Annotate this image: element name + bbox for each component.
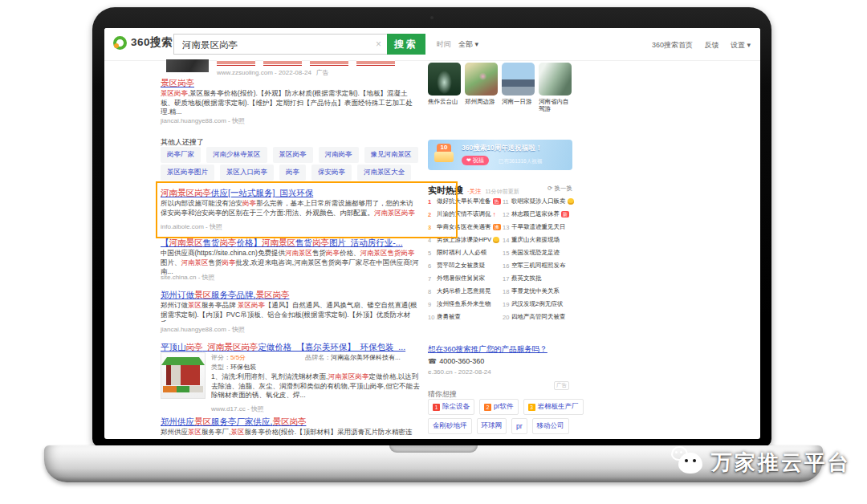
refresh-button[interactable]: ⟳ 换一换 xyxy=(547,185,572,193)
hot-rank: 2 xyxy=(428,211,437,218)
filter-scope-dropdown[interactable]: 全部 ▾ xyxy=(458,40,478,48)
hot-search-item[interactable]: 12林志颖已返家休养新 xyxy=(503,208,576,221)
hot-search-column: 1做好抗大旱长旱准备热2川渝的灾情不该调侃↑3华裔女名医在美遇害沸4男孩上游泳课… xyxy=(428,195,502,323)
result-title[interactable]: 河南景区岗亭供应[一站式服务]_国兴环保 xyxy=(161,188,425,199)
anniversary-banner[interactable]: 10 360搜索10周年送祝福啦！ ❤ 祝福 已有361316人祝福 xyxy=(428,140,572,170)
wechat-icon xyxy=(671,446,705,478)
hot-search-item[interactable]: 18李显龙忧中美关系 xyxy=(503,285,576,298)
related-search-chip[interactable]: 岗亭 xyxy=(279,165,306,181)
guess-chip[interactable]: 移动公司 xyxy=(532,418,569,434)
hot-rank: 3 xyxy=(428,224,437,231)
hot-search-item[interactable]: 6贾平凹之女被质疑 xyxy=(428,259,502,272)
result-title[interactable]: 郑州供应景区服务亭厂家供应,景区岗亭 xyxy=(161,417,425,428)
related-search-chip[interactable]: 河南岗亭 xyxy=(319,147,359,163)
guess-chip[interactable]: 1除尘设备 xyxy=(428,399,474,415)
hot-search-item[interactable]: 7外甥暑假住舅舅家 xyxy=(428,272,502,285)
clear-search-icon[interactable]: × xyxy=(376,39,381,50)
hot-search-item[interactable]: 10唐勇被查 xyxy=(428,311,502,323)
thumbnail-image xyxy=(465,63,498,96)
related-image-card[interactable]: 焦作云台山 xyxy=(428,63,461,112)
hot-text: 外甥暑假住舅舅家 xyxy=(437,274,485,282)
filter-time-label[interactable]: 时间 xyxy=(437,40,451,48)
hot-text: 四地产高管同天被查 xyxy=(511,313,566,321)
hot-search-item[interactable]: 9汝州怪鱼系外来生物 xyxy=(428,298,502,311)
search-filters[interactable]: 时间全部 ▾ xyxy=(437,39,478,50)
guess-chip[interactable]: pr xyxy=(511,418,527,434)
search-button[interactable]: 搜索 xyxy=(387,34,425,55)
hot-search-item[interactable]: 1做好抗大旱长旱准备热 xyxy=(428,195,502,208)
result-url[interactable]: www.d17.cc - 快照 xyxy=(211,404,264,413)
hot-text: 歌唱家疑涉人口贩卖 xyxy=(511,197,566,205)
result-thumbnail-kiosk[interactable] xyxy=(161,352,206,399)
related-search-chip[interactable]: 豫见河南景区 xyxy=(364,147,418,163)
related-search-chip[interactable]: 河南少林寺景区 xyxy=(206,147,267,163)
hot-rank: 15 xyxy=(503,250,511,257)
hot-search-item[interactable]: 4男孩上游泳课染HPV xyxy=(428,234,502,246)
search-input[interactable] xyxy=(181,35,368,55)
follow-tag[interactable]: ·关注 xyxy=(467,188,482,195)
chip-rank-badge: 2 xyxy=(484,404,491,411)
banner-title: 360搜索10周年送祝福啦！ xyxy=(462,144,542,153)
hot-search-item[interactable]: 19武汉发现2例无症状 xyxy=(503,298,576,311)
cake-icon: 10 xyxy=(434,144,454,165)
related-search-chip[interactable]: 岗亭厂家 xyxy=(161,147,201,163)
result-url[interactable]: jiancai.huangye88.com - 快照 xyxy=(161,116,245,125)
guess-chips-row: 1除尘设备2pr软件3岩棉板生产厂 xyxy=(428,399,588,415)
result-title[interactable]: 郑州订做景区服务亭品牌,景区岗亭 xyxy=(161,290,425,301)
search-box[interactable]: × xyxy=(173,34,387,55)
hot-text: 限时福利 人人必领 xyxy=(437,249,486,257)
bless-button[interactable]: ❤ 祝福 xyxy=(462,156,489,165)
related-search-chip[interactable]: 河南景区大全 xyxy=(357,165,411,181)
related-image-card[interactable]: 郑州周边游 xyxy=(465,63,498,112)
related-image-card[interactable]: 河南省内自驾游 xyxy=(539,63,572,112)
hot-search-item[interactable]: 3华裔女名医在美遇害沸 xyxy=(428,221,502,234)
guess-chip[interactable]: 金刚砂地坪 xyxy=(428,418,472,434)
hot-rank: 16 xyxy=(503,262,511,270)
result-title[interactable]: 平顶山岗亭_河南景区岗亭定做价格_【嘉尔美环保】_环保包装_... xyxy=(161,342,425,353)
hot-text: 川渝的灾情不该调侃 xyxy=(437,210,491,218)
related-search-chip[interactable]: 保安岗亭 xyxy=(311,165,352,181)
link-home[interactable]: 360搜索首页 xyxy=(652,41,693,49)
chip-rank-badge: 1 xyxy=(433,404,440,411)
hot-badge: 沸 xyxy=(493,224,501,230)
promo-link[interactable]: 想在360搜索推广您的产品服务吗？ xyxy=(428,344,547,355)
guess-chip[interactable]: 2pr软件 xyxy=(479,399,519,415)
hot-rank: 14 xyxy=(503,237,511,244)
hot-text: 汝州怪鱼系外来生物 xyxy=(437,300,491,308)
hot-search-item[interactable]: 14重庆山火救援现场 xyxy=(503,234,576,246)
hot-rank: 19 xyxy=(503,301,511,308)
hot-search-item[interactable]: 16空军三机同框照发布 xyxy=(503,259,576,272)
ad-sublinks[interactable] xyxy=(217,60,403,66)
related-search-chip[interactable]: 景区入口岗亭 xyxy=(220,165,274,181)
ad-thumbnail[interactable] xyxy=(166,59,209,72)
hot-search-item[interactable]: 11歌唱家疑涉人口贩卖 xyxy=(503,195,576,208)
hot-search-item[interactable]: 20四地产高管同天被查 xyxy=(503,311,576,323)
guess-chip[interactable]: 环球网 xyxy=(477,418,507,434)
guess-chip[interactable]: 3岩棉板生产厂 xyxy=(523,399,584,415)
logo-360-search[interactable]: 360搜索 xyxy=(113,35,173,50)
related-search-chip[interactable]: 景区岗亭 xyxy=(273,147,313,163)
hot-search-item[interactable]: 8大妈吊桥上恶意摇晃 xyxy=(428,285,502,298)
thumbnail-image xyxy=(502,63,535,96)
hot-rank: 8 xyxy=(428,288,437,295)
link-feedback[interactable]: 反馈 xyxy=(704,41,718,49)
related-searches-row: 景区岗亭图片景区入口岗亭岗亭保安岗亭河南景区大全 xyxy=(161,165,417,181)
result-title[interactable]: 【河南景区售货岗亭价格】河南景区售货岗亭图片_活动房行业-... xyxy=(161,238,425,249)
hot-rank: 20 xyxy=(503,314,511,321)
hot-text: 美国发现恐龙足迹 xyxy=(511,249,560,257)
hot-search-item[interactable]: 15美国发现恐龙足迹 xyxy=(503,246,576,259)
hot-text: 大妈吊桥上恶意摇晃 xyxy=(437,287,491,295)
hot-search-item[interactable]: 5限时福利 人人必领 xyxy=(428,246,502,259)
result-url[interactable]: jiancai.huangye88.com - 快照 xyxy=(161,325,245,334)
hot-search-item[interactable]: 2川渝的灾情不该调侃↑ xyxy=(428,208,502,221)
result-url[interactable]: site.china.cn - 快照 xyxy=(161,273,215,282)
related-image-card[interactable]: 河南一日游 xyxy=(502,63,535,112)
result-url[interactable]: info.aibole.com - 快照 xyxy=(161,222,222,231)
result-title[interactable]: 景区岗亭 xyxy=(161,78,425,89)
hot-rank: 7 xyxy=(428,275,437,282)
related-search-chip[interactable]: 景区岗亭图片 xyxy=(161,165,214,181)
hot-text: 贾平凹之女被质疑 xyxy=(437,262,485,270)
hot-search-item[interactable]: 13干旱致遗迹重见天日 xyxy=(503,221,576,234)
hot-search-item[interactable]: 17蔡英文挨批 xyxy=(503,272,576,285)
link-settings[interactable]: 设置 ▾ xyxy=(731,41,751,49)
